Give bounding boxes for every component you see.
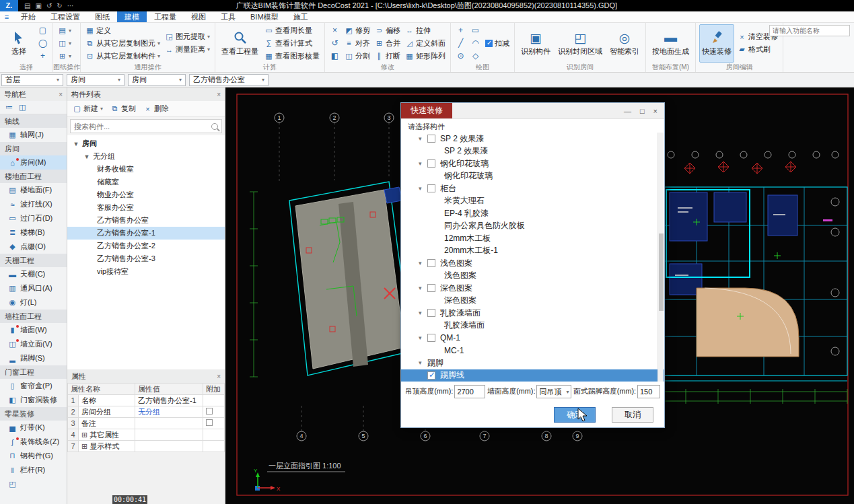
open-icon[interactable]: ▤ [24,2,30,9]
tree-item[interactable]: 浅色图案 [401,270,664,283]
tree-item-selected[interactable]: 踢脚线 [401,369,664,382]
chevron-down-icon[interactable]: ▾ [419,310,427,316]
tree-item[interactable]: 20mm木工板-1 [401,245,664,258]
copy-component-button[interactable]: ⧉复制 [110,104,136,114]
attach-checkbox[interactable] [206,419,213,426]
tree-item[interactable]: 钢化印花玻璃 [401,170,664,183]
delete-component-button[interactable]: ×删除 [143,104,169,114]
tab-project-settings[interactable]: 工程设置 [43,11,87,22]
tab-bim-model[interactable]: BIM模型 [243,11,286,22]
checkbox-unchecked[interactable] [427,184,435,192]
tree-item[interactable]: 同办公家具色防火胶板 [401,220,664,233]
sidebar-item-room[interactable]: ⌂房间(M) [0,155,67,170]
redo-icon[interactable]: ↻ [57,2,62,9]
tab-construction[interactable]: 施工 [286,11,316,22]
offset-button[interactable]: ⊃偏移 [373,24,402,36]
sidebar-item-light-strip[interactable]: ▅灯带(K) [0,421,67,435]
format-painter-button[interactable]: ▰格式刷 [736,44,779,56]
draw-polyline-icon[interactable]: ◇ [469,50,482,62]
chevron-down-icon[interactable]: ▾ [419,359,427,366]
pick-select-icon[interactable]: + [36,50,49,62]
tree-item[interactable]: 储藏室 [67,176,225,188]
wall-height-select[interactable]: 同吊顶▾ [536,385,571,398]
nav-section-misc-decoration[interactable]: 零星装修 [0,407,67,421]
tree-item[interactable]: 深色图案 [401,295,664,308]
tree-item[interactable]: ▾踢脚 [401,357,664,369]
tree-root-room[interactable]: ▼房间 [67,137,225,150]
nav-section-ceiling-works[interactable]: 天棚工程 [0,254,67,267]
tab-quantities[interactable]: 工程量 [147,11,184,22]
dialog-titlebar[interactable]: 快速装修 — □ × [401,103,664,119]
expand-icon[interactable]: ⊞ [81,431,87,439]
close-icon[interactable]: × [653,107,657,115]
sidebar-item-curtain-box[interactable]: ▯窗帘盒(P) [0,379,67,393]
chevron-down-icon[interactable]: ▾ [419,135,427,142]
mirror-icon[interactable]: ◧ [328,50,341,62]
draw-circle-icon[interactable]: ⊙ [454,50,467,62]
cancel-button[interactable]: 取消 [612,407,653,423]
panel-layout-icon[interactable]: ◫ [19,103,26,112]
select-button[interactable]: 选择 [3,24,34,63]
array-button[interactable]: ▦矩形阵列 [404,50,447,62]
tab-drawings[interactable]: 图纸 [87,11,117,22]
nav-section-door-window-works[interactable]: 门窗工程 [0,365,67,379]
sidebar-item-stairs[interactable]: ≣楼梯(B) [0,225,67,240]
sidebar-item-railing[interactable]: ‖栏杆(R) [0,463,67,477]
chevron-down-icon[interactable]: ▾ [419,285,427,291]
tree-item[interactable]: 客服办公室 [67,201,225,214]
skirting-height-input[interactable] [637,385,660,398]
tab-modeling[interactable]: 建模 [117,11,147,22]
tree-item-selected[interactable]: 乙方销售办公室-1 [67,227,225,240]
list-view-icon[interactable]: ≔ [5,103,13,112]
tree-group-ungrouped[interactable]: ▼无分组 [67,150,225,163]
component-select[interactable]: 乙方销售办公室▾ [189,74,269,86]
tree-item[interactable]: 乙方销售办公室-2 [67,240,225,252]
tab-start[interactable]: 开始 [13,11,43,22]
checkbox-unchecked[interactable] [427,284,435,292]
chevron-down-icon[interactable]: ▾ [419,185,427,192]
tab-tools[interactable]: 工具 [213,11,243,22]
tree-item[interactable]: EP-4 乳胶漆 [401,207,664,220]
tree-item[interactable]: ▾SP 2 效果漆 [401,133,664,145]
checkbox-unchecked[interactable] [427,334,435,342]
trim-button[interactable]: ◩修剪 [343,24,371,36]
tree-item[interactable]: ▾浅色图案 [401,257,664,270]
tree-item[interactable]: ▾乳胶漆墙面 [401,307,664,320]
tree-item[interactable]: ▾QM-1 [401,332,664,345]
component-search-input[interactable] [74,122,211,131]
sidebar-item-wall[interactable]: ▮墙面(W) [0,323,67,337]
define-button[interactable]: ▦定义 [84,24,162,36]
generate-by-floor-button[interactable]: ▬ 按地面生成 [649,24,692,63]
scrollbar[interactable] [657,133,664,382]
smart-index-button[interactable]: ◎ 智能索引 [607,24,642,63]
tree-item[interactable]: MC-1 [401,345,664,357]
view-quantities-button[interactable]: 查看工程量 [219,24,261,63]
floor-select[interactable]: 首层▾ [1,74,63,86]
checkbox-checked[interactable] [427,371,435,380]
quick-decorate-button[interactable]: 快速装修 [699,24,734,63]
recognize-closed-region-button[interactable]: ◰ 识别封闭区域 [555,24,605,63]
sidebar-item-skirting[interactable]: ▂踢脚(S) [0,351,67,365]
break-button[interactable]: ∥打断 [373,50,402,62]
recognize-component-button[interactable]: ▣ 识别构件 [518,24,553,63]
align-button[interactable]: ≡对齐 [343,37,371,49]
element-extract-button[interactable]: ◲图元提取▾ [164,31,211,43]
tree-item[interactable]: 12mm木工板 [401,232,664,245]
sidebar-item-light[interactable]: ◉灯(L) [0,295,67,310]
tree-item[interactable]: 乙方销售办公室-3 [67,252,225,265]
copy-elements-from-layer-button[interactable]: ⧉从其它层复制图元▾ [84,37,162,49]
tree-item[interactable]: 财务收银室 [67,163,225,176]
sidebar-item-wave-line[interactable]: ≈波打线(X) [0,197,67,211]
draw-rect-icon[interactable]: ▭ [469,24,482,36]
tree-item[interactable]: 乙方销售办公室 [67,214,225,227]
sidebar-item-threshold[interactable]: ▭过门石(D) [0,211,67,225]
new-component-button[interactable]: ▢新建▾ [73,104,103,114]
sidebar-item-floor[interactable]: ▤楼地面(F) [0,183,67,197]
tree-item[interactable]: SP 2 效果漆 [401,145,664,158]
view-formula-button[interactable]: ∑查看计算式 [263,37,321,49]
search-icon[interactable] [211,123,218,130]
chevron-down-icon[interactable]: ▾ [419,334,427,341]
tree-item[interactable]: 物业办公室 [67,188,225,201]
merge-button[interactable]: ⊞合并 [373,37,402,49]
sidebar-item-accent[interactable]: ◆点缀(O) [0,240,67,254]
